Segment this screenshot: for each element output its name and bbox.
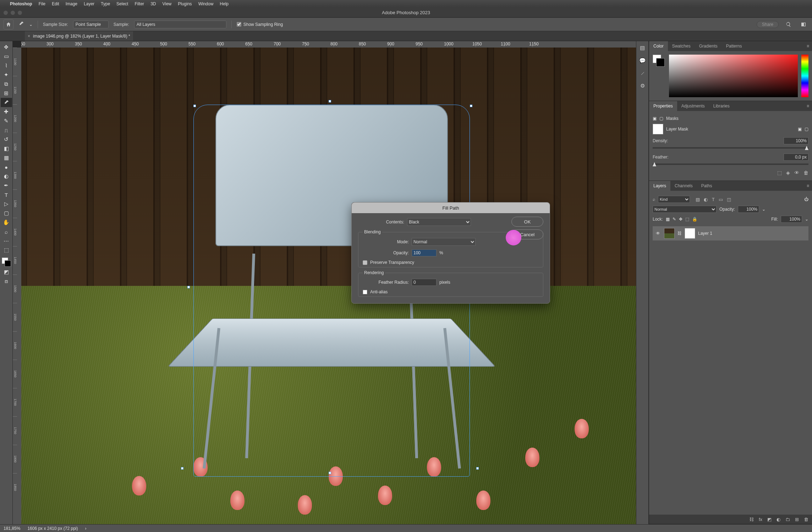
layer-row[interactable]: 👁 ⛓ Layer 1 [653, 226, 808, 240]
status-chevron-icon[interactable]: › [85, 526, 86, 531]
settings-panel-icon[interactable]: ⚙ [640, 83, 645, 89]
density-input[interactable] [784, 137, 808, 144]
invert-mask-icon[interactable]: ◈ [786, 170, 790, 176]
eyedropper-icon[interactable] [18, 21, 24, 28]
fill-chevron-icon[interactable]: ⌄ [805, 217, 808, 222]
lock-all-icon[interactable]: 🔒 [692, 217, 697, 222]
ruler-horizontal[interactable]: 2503003504004505005506006507007508008509… [21, 41, 636, 48]
add-mask-icon[interactable]: ◩ [767, 517, 772, 522]
menu-view[interactable]: View [162, 1, 171, 6]
home-button[interactable] [4, 20, 13, 29]
menu-edit[interactable]: Edit [52, 1, 59, 6]
add-pixel-mask-icon[interactable]: ▣ [798, 127, 802, 132]
tab-paths[interactable]: Paths [697, 181, 717, 191]
brushes-panel-icon[interactable]: ⟋ [640, 70, 645, 76]
pen-tool[interactable]: ✒ [1, 181, 12, 190]
doc-tab[interactable]: × image 1946.png @ 182% (Layer 1, Layer … [25, 31, 133, 41]
add-vector-mask-icon[interactable]: ▢ [805, 127, 808, 132]
frame-tool[interactable]: ⊞ [1, 89, 12, 98]
clone-stamp-tool[interactable]: ⎍ [1, 126, 12, 135]
gradient-tool[interactable]: ▦ [1, 153, 12, 162]
toggle-mask-icon[interactable]: 👁 [794, 170, 799, 176]
tab-channels[interactable]: Channels [670, 181, 697, 191]
filter-adjust-icon[interactable]: ◐ [704, 197, 708, 202]
tab-libraries[interactable]: Libraries [709, 101, 734, 111]
tab-adjustments[interactable]: Adjustments [677, 101, 709, 111]
delete-mask-icon[interactable]: 🗑 [803, 170, 808, 176]
path-select-tool[interactable]: ▷ [1, 199, 12, 209]
rectangle-tool[interactable]: ▢ [1, 209, 12, 218]
menu-plugins[interactable]: Plugins [178, 1, 192, 6]
layer-thumbnail[interactable] [664, 228, 675, 239]
vector-mask-icon[interactable]: ▢ [659, 116, 663, 121]
hue-slider[interactable] [801, 55, 808, 97]
ruler-vertical[interactable]: 1100115012001250130013501400145015001550… [13, 48, 21, 524]
menu-type[interactable]: Type [101, 1, 110, 6]
opacity-chevron-icon[interactable]: ⌄ [762, 207, 766, 212]
show-sampling-ring-input[interactable] [237, 22, 241, 27]
dodge-tool[interactable]: ◐ [1, 172, 12, 181]
brush-tool[interactable]: ✎ [1, 116, 12, 126]
doc-dimensions[interactable]: 1606 px x 2410 px (72 ppi) [27, 526, 78, 531]
hand-tool[interactable]: ✋ [1, 218, 12, 227]
history-brush-tool[interactable]: ↺ [1, 135, 12, 144]
color-panel-menu-icon[interactable]: ≡ [804, 41, 812, 51]
tab-gradients[interactable]: Gradients [695, 41, 722, 51]
fill-input[interactable] [781, 216, 802, 223]
new-adjustment-icon[interactable]: ◐ [777, 517, 780, 522]
filter-kind-select[interactable]: Kind [658, 196, 690, 203]
delete-layer-icon[interactable]: 🗑 [804, 517, 808, 522]
lock-pixels-icon[interactable]: ✎ [673, 217, 676, 222]
antialias-checkbox[interactable]: Anti-alias [363, 289, 539, 294]
sample-select[interactable]: All Layers [134, 21, 226, 28]
zoom-level[interactable]: 181,85% [4, 526, 20, 531]
filter-smart-icon[interactable]: ◫ [727, 197, 731, 202]
tab-color[interactable]: Color [649, 41, 668, 51]
menu-3d[interactable]: 3D [150, 1, 156, 6]
menu-image[interactable]: Image [66, 1, 77, 6]
layer-opacity-input[interactable] [738, 206, 759, 213]
visibility-icon[interactable]: 👁 [655, 231, 661, 236]
healing-brush-tool[interactable]: ✚ [1, 107, 12, 116]
zoom-window[interactable] [18, 11, 22, 15]
crop-tool[interactable]: ⧉ [1, 79, 12, 89]
link-layers-icon[interactable]: ⛓ [749, 517, 754, 522]
show-sampling-ring-checkbox[interactable]: Show Sampling Ring [237, 22, 283, 27]
share-button[interactable]: Share [757, 21, 779, 28]
layers-panel-menu-icon[interactable]: ≡ [804, 181, 812, 191]
zoom-tool[interactable]: ⌕ [1, 227, 12, 236]
filter-type-icon[interactable]: T [712, 197, 715, 202]
layer-name[interactable]: Layer 1 [698, 231, 712, 236]
minimize-window[interactable] [11, 11, 15, 15]
lasso-tool[interactable]: ⌇ [1, 61, 12, 70]
history-panel-icon[interactable]: ▤ [640, 45, 645, 51]
props-panel-menu-icon[interactable]: ≡ [804, 101, 812, 111]
fx-icon[interactable]: fx [759, 517, 762, 522]
feather-slider[interactable] [653, 164, 808, 165]
edit-toolbar[interactable]: ⬚ [1, 245, 12, 255]
comments-panel-icon[interactable]: 💬 [639, 57, 646, 64]
pixel-mask-icon[interactable]: ▣ [653, 116, 657, 121]
close-tab-icon[interactable]: × [28, 34, 30, 39]
close-window[interactable] [4, 11, 8, 15]
new-group-icon[interactable]: 🗀 [785, 517, 790, 522]
blend-mode-select[interactable]: Normal [653, 206, 717, 213]
new-layer-icon[interactable]: ⊞ [795, 517, 799, 522]
mask-thumbnail[interactable] [653, 124, 663, 134]
workspace-button[interactable] [799, 21, 808, 28]
marquee-tool[interactable]: ▭ [1, 52, 12, 61]
ok-button[interactable]: OK [511, 217, 543, 227]
tab-layers[interactable]: Layers [649, 181, 670, 191]
lock-position-icon[interactable]: ✥ [679, 217, 682, 222]
mask-from-selection-icon[interactable]: ⬚ [777, 170, 782, 176]
move-tool[interactable]: ✥ [1, 43, 12, 52]
tab-swatches[interactable]: Swatches [668, 41, 695, 51]
search-button[interactable] [784, 21, 794, 28]
antialias-input[interactable] [363, 290, 367, 294]
screen-mode-tool[interactable]: ⧈ [1, 277, 12, 286]
dialog-opacity-input[interactable] [412, 249, 437, 256]
more-tools[interactable]: ⋯ [1, 236, 12, 245]
filter-search-icon[interactable]: ⌕ [653, 197, 655, 202]
tab-properties[interactable]: Properties [649, 101, 677, 111]
menu-file[interactable]: File [39, 1, 45, 6]
